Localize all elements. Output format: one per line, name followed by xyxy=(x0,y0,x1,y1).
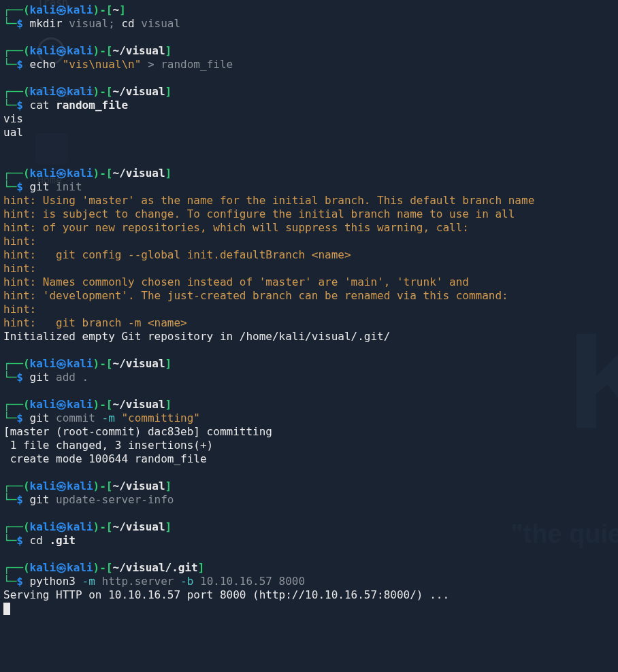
skull-icon: ㉿ xyxy=(56,357,67,370)
skull-icon: ㉿ xyxy=(56,167,67,180)
prompt-user: kali xyxy=(30,357,56,370)
prompt-host: kali xyxy=(67,480,93,492)
prompt-decor: └─ xyxy=(3,17,16,30)
output-text: hint: git branch -m <name> xyxy=(3,316,187,329)
prompt-path: ~/visual/.git xyxy=(113,561,198,574)
output-text: hint: of your new repositories, which wi… xyxy=(3,221,469,234)
prompt-decor: ] xyxy=(165,480,172,492)
skull-icon: ㉿ xyxy=(56,561,67,574)
cmd-part: add . xyxy=(49,371,88,384)
prompt-decor: ] xyxy=(165,85,172,98)
terminal-line: hint: git branch -m <name> xyxy=(3,316,615,330)
terminal-line: └─$ git add . xyxy=(3,371,615,384)
prompt-decor: ┌──( xyxy=(3,44,30,57)
output-text: 1 file changed, 3 insertions(+) xyxy=(3,439,213,452)
output-text: hint: Names commonly chosen instead of '… xyxy=(3,275,469,288)
prompt-path: ~/visual xyxy=(113,520,165,533)
output-text: hint: xyxy=(3,262,36,275)
skull-icon: ㉿ xyxy=(56,520,67,533)
terminal-line: ┌──(kali㉿kali)-[~/visual] xyxy=(3,167,615,180)
prompt-decor: )-[ xyxy=(93,398,113,411)
prompt-path: ~/visual xyxy=(113,480,165,492)
terminal-line: ┌──(kali㉿kali)-[~/visual] xyxy=(3,480,615,493)
cmd-part xyxy=(115,411,122,424)
terminal-line: └─$ cd .git xyxy=(3,534,615,548)
cmd-part: .git xyxy=(49,534,76,547)
cmd-part xyxy=(76,575,82,588)
prompt-host: kali xyxy=(67,398,93,411)
terminal-line: hint: xyxy=(3,235,615,248)
terminal-line: └─$ cat random_file xyxy=(3,99,615,112)
terminal-line: ┌──(kali㉿kali)-[~/visual] xyxy=(3,85,615,99)
output-text: hint: xyxy=(3,303,36,316)
prompt-decor: )-[ xyxy=(93,520,113,533)
terminal-line: hint: xyxy=(3,262,615,275)
cursor xyxy=(3,603,10,615)
output-text: Serving HTTP on 10.10.16.57 port 8000 (h… xyxy=(3,588,449,601)
prompt-decor: )-[ xyxy=(93,167,113,180)
terminal-line xyxy=(3,548,615,561)
terminal-line: ┌──(kali㉿kali)-[~/visual] xyxy=(3,398,615,411)
cmd-part: -m xyxy=(82,575,95,588)
cmd-part: git xyxy=(30,180,50,193)
prompt-decor: ] xyxy=(165,398,172,411)
prompt-host: kali xyxy=(67,520,93,533)
prompt-decor: ┌──( xyxy=(3,357,30,370)
terminal-line xyxy=(3,602,615,616)
prompt-decor: ] xyxy=(165,167,172,180)
terminal-line xyxy=(3,139,615,153)
prompt-user: kali xyxy=(30,167,56,180)
terminal-line xyxy=(3,384,615,398)
prompt-user: kali xyxy=(30,480,56,492)
prompt-path: ~/visual xyxy=(113,44,165,57)
prompt-symbol: $ xyxy=(16,411,29,424)
prompt-user: kali xyxy=(30,85,56,98)
terminal-line xyxy=(3,466,615,480)
cmd-part xyxy=(43,534,50,547)
prompt-path: ~ xyxy=(113,3,120,16)
skull-icon: ㉿ xyxy=(56,3,67,16)
prompt-symbol: $ xyxy=(16,371,29,384)
cmd-part: 10.10.16.57 8000 xyxy=(193,575,305,588)
terminal-line: create mode 100644 random_file xyxy=(3,452,615,466)
cmd-part: "vis\nual\n" xyxy=(63,58,142,71)
cmd-part: > random_file xyxy=(141,58,233,71)
cmd-part: python3 xyxy=(30,575,76,588)
prompt-decor: ┌──( xyxy=(3,167,30,180)
prompt-symbol: $ xyxy=(16,58,29,71)
terminal-line: └─$ git init xyxy=(3,180,615,194)
prompt-symbol: $ xyxy=(16,534,29,547)
prompt-decor: )-[ xyxy=(93,3,113,16)
cmd-part: http.server xyxy=(95,575,180,588)
terminal-line: ┌──(kali㉿kali)-[~/visual] xyxy=(3,357,615,371)
terminal-line xyxy=(3,153,615,167)
terminal-line: └─$ python3 -m http.server -b 10.10.16.5… xyxy=(3,575,615,588)
output-text: hint: git config --global init.defaultBr… xyxy=(3,248,351,261)
terminal-line: hint: git config --global init.defaultBr… xyxy=(3,248,615,262)
terminal-output[interactable]: ┌──(kali㉿kali)-[~]└─$ mkdir visual; cd v… xyxy=(0,0,618,619)
terminal-line xyxy=(3,343,615,357)
prompt-decor: └─ xyxy=(3,411,16,424)
output-text: Initialized empty Git repository in /hom… xyxy=(3,330,390,343)
prompt-symbol: $ xyxy=(16,575,29,588)
cmd-part: cd xyxy=(30,534,43,547)
prompt-decor: ] xyxy=(119,3,126,16)
prompt-decor: └─ xyxy=(3,180,16,193)
terminal-line: hint: 'development'. The just-created br… xyxy=(3,289,615,303)
cmd-part: git xyxy=(30,411,50,424)
prompt-decor: ] xyxy=(165,44,172,57)
cmd-part: cd xyxy=(121,17,134,30)
prompt-decor: └─ xyxy=(3,575,16,588)
cmd-part: random_file xyxy=(56,99,128,112)
prompt-path: ~/visual xyxy=(113,167,165,180)
terminal-line: vis xyxy=(3,112,615,126)
terminal-line xyxy=(3,71,615,85)
terminal-line: hint: of your new repositories, which wi… xyxy=(3,221,615,235)
prompt-symbol: $ xyxy=(16,180,29,193)
output-text: hint: 'development'. The just-created br… xyxy=(3,289,508,302)
terminal-line: └─$ git update-server-info xyxy=(3,493,615,507)
cmd-part: git xyxy=(30,371,50,384)
cmd-part: update-server-info xyxy=(49,493,174,506)
prompt-decor: └─ xyxy=(3,58,16,71)
cmd-part: git xyxy=(30,493,50,506)
